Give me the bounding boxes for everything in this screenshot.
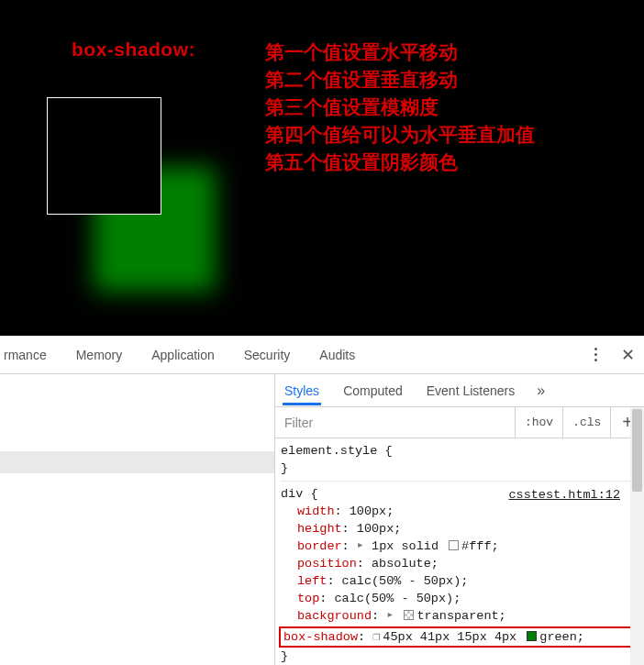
demo-box-with-shadow bbox=[47, 97, 161, 215]
expand-shorthand-icon[interactable]: ▸ bbox=[386, 606, 394, 624]
val-border-post[interactable]: #fff; bbox=[461, 539, 499, 553]
decl-box-shadow-highlighted[interactable]: box-shadow: ❐45px 41px 15px 4px green; bbox=[279, 626, 640, 648]
decl-left[interactable]: left: calc(50% - 50px); bbox=[281, 572, 638, 590]
toggle-hover-states[interactable]: :hov bbox=[515, 407, 562, 438]
shadow-editor-icon[interactable]: ❐ bbox=[372, 628, 380, 646]
val-width[interactable]: 100px; bbox=[350, 504, 394, 518]
val-height[interactable]: 100px; bbox=[357, 522, 402, 536]
tab-audits[interactable]: Audits bbox=[317, 338, 357, 371]
decl-background[interactable]: background: ▸ transparent; bbox=[281, 607, 638, 625]
devtools-panel: rmance Memory Application Security Audit… bbox=[0, 336, 644, 665]
prop-position[interactable]: position bbox=[297, 557, 357, 571]
decl-width[interactable]: width: 100px; bbox=[281, 503, 638, 520]
color-swatch-green-icon[interactable] bbox=[527, 631, 537, 641]
val-top[interactable]: calc(50% - 50px); bbox=[335, 592, 461, 605]
prop-top[interactable]: top bbox=[297, 592, 319, 605]
demo-note-2: 第二个值设置垂直移动 bbox=[265, 66, 535, 94]
val-box-shadow-post[interactable]: green; bbox=[539, 630, 584, 644]
styles-rules-body: csstest.html:12 element.style { } div { … bbox=[275, 438, 644, 665]
vertical-scrollbar[interactable] bbox=[630, 407, 644, 665]
elements-selected-row bbox=[0, 451, 274, 473]
val-border-pre[interactable]: 1px solid bbox=[372, 539, 446, 553]
demo-area: box-shadow: 第一个值设置水平移动 第二个值设置垂直移动 第三个值设置… bbox=[0, 0, 644, 336]
rule-div[interactable]: div { width: 100px; height: 100px; borde… bbox=[281, 485, 638, 665]
styles-pane-tabs: Styles Computed Event Listeners » bbox=[275, 374, 644, 407]
color-swatch-transparent-icon[interactable] bbox=[404, 610, 414, 620]
close-devtools-icon[interactable]: ✕ bbox=[614, 343, 642, 367]
tab-styles[interactable]: Styles bbox=[283, 376, 321, 405]
brace-open: { bbox=[310, 487, 317, 501]
val-box-shadow-pre[interactable]: 45px 41px 15px 4px bbox=[383, 630, 524, 644]
selector-div[interactable]: div bbox=[281, 487, 303, 501]
brace-open: { bbox=[384, 444, 392, 458]
elements-tree-pane[interactable] bbox=[0, 374, 275, 665]
val-left[interactable]: calc(50% - 50px); bbox=[342, 574, 469, 588]
prop-width[interactable]: width bbox=[297, 504, 335, 518]
brace-close: } bbox=[281, 649, 288, 663]
tab-security[interactable]: Security bbox=[242, 338, 293, 371]
toggle-classes[interactable]: .cls bbox=[562, 407, 610, 438]
prop-border[interactable]: border bbox=[297, 539, 342, 553]
prop-box-shadow[interactable]: box-shadow bbox=[283, 630, 358, 644]
demo-note-3: 第三个值设置模糊度 bbox=[265, 94, 535, 121]
val-position[interactable]: absolute; bbox=[372, 557, 439, 571]
brace-close: } bbox=[281, 461, 288, 475]
rule-element-style[interactable]: element.style { } bbox=[281, 442, 638, 482]
source-link[interactable]: csstest.html:12 bbox=[508, 486, 620, 504]
devtools-top-tabs: rmance Memory Application Security Audit… bbox=[0, 336, 644, 374]
decl-position[interactable]: position: absolute; bbox=[281, 555, 638, 572]
more-tabs-chevron-icon[interactable]: » bbox=[537, 382, 545, 399]
decl-height[interactable]: height: 100px; bbox=[281, 520, 638, 538]
styles-filter-row: :hov .cls + bbox=[275, 407, 644, 438]
tab-memory[interactable]: Memory bbox=[74, 338, 125, 371]
val-background[interactable]: transparent; bbox=[416, 609, 505, 623]
selector-element-style[interactable]: element.style bbox=[281, 444, 377, 458]
prop-height[interactable]: height bbox=[297, 522, 342, 536]
tab-event-listeners[interactable]: Event Listeners bbox=[425, 376, 517, 405]
scrollbar-thumb[interactable] bbox=[632, 409, 642, 492]
demo-notes: 第一个值设置水平移动 第二个值设置垂直移动 第三个值设置模糊度 第四个值给可以为… bbox=[265, 39, 535, 176]
demo-note-5: 第五个值设置阴影颜色 bbox=[265, 149, 535, 176]
decl-border[interactable]: border: ▸ 1px solid #fff; bbox=[281, 538, 638, 555]
demo-note-4: 第四个值给可以为水平垂直加值 bbox=[265, 121, 535, 149]
demo-note-1: 第一个值设置水平移动 bbox=[265, 39, 535, 66]
styles-pane: Styles Computed Event Listeners » :hov .… bbox=[275, 374, 644, 665]
color-swatch-white-icon[interactable] bbox=[449, 540, 459, 550]
tab-application[interactable]: Application bbox=[150, 338, 217, 371]
expand-shorthand-icon[interactable]: ▸ bbox=[357, 537, 364, 554]
tab-performance[interactable]: rmance bbox=[2, 338, 49, 371]
demo-title: box-shadow: bbox=[72, 39, 195, 61]
tab-computed[interactable]: Computed bbox=[341, 376, 405, 405]
styles-filter-input[interactable] bbox=[275, 407, 515, 438]
prop-left[interactable]: left bbox=[297, 574, 327, 588]
decl-top[interactable]: top: calc(50% - 50px); bbox=[281, 590, 638, 607]
prop-background[interactable]: background bbox=[297, 609, 372, 623]
more-menu-icon[interactable] bbox=[591, 344, 601, 365]
